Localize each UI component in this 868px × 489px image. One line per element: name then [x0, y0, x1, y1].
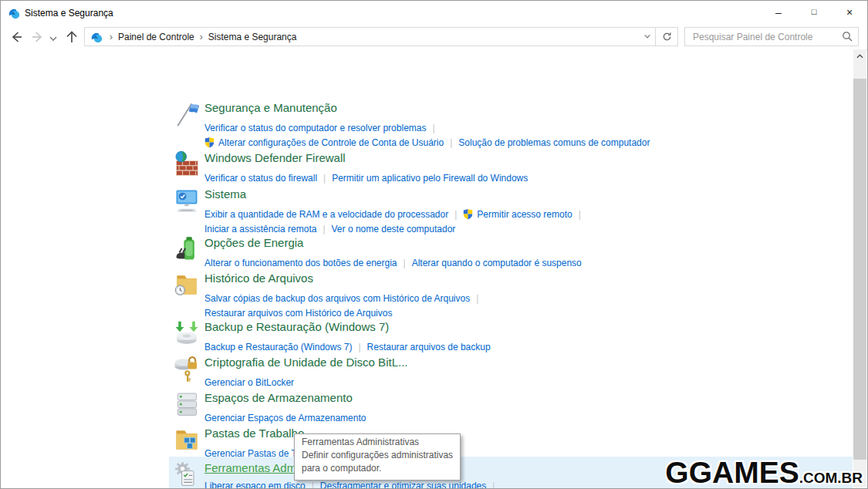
link-separator: |	[404, 258, 406, 268]
task-link[interactable]: Backup e Restauração (Windows 7)	[204, 342, 352, 352]
task-link[interactable]: Restaurar arquivos de backup	[367, 342, 491, 352]
control-panel-icon	[90, 31, 103, 43]
section: Criptografia de Unidade de Disco BitL...…	[169, 355, 853, 390]
task-link-row: Exibir a quantidade de RAM e a velocidad…	[204, 207, 853, 222]
address-bar[interactable]: ›Painel de Controle›Sistema e Segurança	[84, 27, 678, 46]
content-area: Segurança e ManutençãoVerificar o status…	[1, 49, 854, 488]
link-separator: |	[579, 209, 581, 220]
watermark: GGAMES.COM.BR	[665, 456, 863, 489]
section: Windows Defender FirewallVerificar o sta…	[169, 150, 853, 186]
search-input[interactable]	[685, 28, 858, 46]
tooltip: Ferramentas AdministrativasDefinir confi…	[294, 433, 461, 481]
link-separator: |	[454, 209, 457, 220]
task-link-row: Verificar o status do firewall|Permitir …	[204, 171, 853, 186]
link-separator: |	[450, 137, 452, 148]
close-button[interactable]: ×	[832, 1, 867, 24]
tooltip-line: Definir configurações administrativas	[302, 449, 453, 462]
forward-button[interactable]	[30, 29, 46, 45]
file-history-icon	[169, 271, 204, 321]
task-link[interactable]: Solução de problemas comuns de computado…	[458, 137, 650, 148]
window-title: Sistema e Segurança	[25, 8, 113, 19]
task-link[interactable]: Gerenciar o BitLocker	[204, 377, 294, 388]
section-title[interactable]: Espaços de Armazenamento	[204, 390, 853, 406]
section-title[interactable]: Sistema	[204, 187, 853, 202]
task-link[interactable]: Gerenciar Espaços de Armazenamento	[204, 413, 366, 423]
task-link[interactable]: Salvar cópias de backup dos arquivos com…	[204, 293, 470, 304]
address-dropdown-chevron-icon[interactable]	[640, 32, 655, 42]
link-separator: |	[492, 481, 495, 489]
task-link[interactable]: Alterar quando o computador é suspenso	[412, 258, 582, 268]
link-separator: |	[476, 293, 478, 304]
task-link[interactable]: Exibir a quantidade de RAM e a velocidad…	[204, 209, 448, 220]
task-link-row: Salvar cópias de backup dos arquivos com…	[204, 292, 853, 306]
breadcrumb: ›Painel de Controle›Sistema e Segurança	[104, 32, 296, 42]
task-link[interactable]: Verificar o status do firewall	[204, 173, 317, 184]
uac-shield-icon	[204, 137, 214, 148]
admin-tools-icon	[169, 460, 204, 489]
section-title[interactable]: Windows Defender Firewall	[204, 150, 853, 166]
task-link[interactable]: Desfragmentar e otimizar suas unidades	[320, 481, 486, 489]
task-link[interactable]: Alterar configurações de Controle de Con…	[218, 137, 444, 148]
firewall-icon	[169, 150, 204, 186]
task-link[interactable]: Iniciar a assistência remota	[204, 224, 316, 234]
task-link[interactable]: Permitir um aplicativo pelo Firewall do …	[332, 173, 528, 184]
power-icon	[169, 235, 204, 271]
window-controls: – □ ×	[761, 1, 867, 24]
breadcrumb-item[interactable]: Painel de Controle	[118, 32, 194, 42]
section-title[interactable]: Criptografia de Unidade de Disco BitL...	[204, 355, 853, 370]
search-box	[684, 27, 859, 46]
task-link[interactable]: Verificar o status do computador e resol…	[204, 123, 426, 133]
task-link[interactable]: Liberar espaço em disco	[204, 481, 306, 489]
backup-restore-icon	[169, 319, 204, 355]
task-link[interactable]: Ver o nome deste computador	[332, 224, 456, 234]
task-link-row: Verificar o status do computador e resol…	[204, 121, 853, 136]
scroll-up-icon[interactable]	[853, 49, 866, 62]
breadcrumb-chevron-icon: ›	[200, 32, 203, 42]
link-separator: |	[358, 342, 360, 352]
link-separator: |	[323, 224, 325, 234]
section: Backup e Restauração (Windows 7)Backup e…	[169, 319, 853, 355]
uac-shield-icon	[463, 208, 473, 220]
vertical-scrollbar[interactable]	[853, 49, 866, 487]
maximize-button[interactable]: □	[796, 1, 832, 24]
watermark-suffix: .COM.BR	[799, 470, 863, 487]
tooltip-line: para o computador.	[302, 462, 453, 475]
task-link[interactable]: Restaurar arquivos com Histórico de Arqu…	[204, 308, 392, 319]
section-title[interactable]: Segurança e Manutenção	[204, 100, 853, 116]
flag-icon	[169, 100, 204, 150]
up-button[interactable]	[64, 29, 79, 45]
task-link-row: Gerenciar Espaços de Armazenamento	[204, 411, 853, 426]
back-button[interactable]	[8, 29, 24, 45]
control-panel-icon	[8, 7, 20, 19]
breadcrumb-item[interactable]: Sistema e Segurança	[208, 32, 297, 42]
section-title[interactable]: Backup e Restauração (Windows 7)	[204, 319, 853, 335]
breadcrumb-chevron-icon: ›	[110, 32, 113, 42]
link-separator: |	[432, 123, 434, 133]
bitlocker-icon	[169, 355, 204, 390]
section: Segurança e ManutençãoVerificar o status…	[169, 100, 853, 150]
section: Opções de EnergiaAlterar o funcionamento…	[169, 235, 853, 271]
section: Espaços de ArmazenamentoGerenciar Espaço…	[169, 390, 853, 426]
task-link-row: Backup e Restauração (Windows 7)|Restaur…	[204, 340, 853, 355]
system-icon	[169, 187, 204, 237]
task-link-row: Alterar o funcionamento dos botões de en…	[204, 256, 853, 271]
title-bar: Sistema e Segurança – □ ×	[1, 1, 867, 25]
section-title[interactable]: Opções de Energia	[204, 235, 853, 251]
search-icon	[842, 31, 853, 42]
scrollbar-thumb[interactable]	[853, 79, 866, 460]
task-link[interactable]: Permitir acesso remoto	[477, 209, 572, 220]
minimize-button[interactable]: –	[761, 1, 796, 24]
recent-pages-chevron-icon[interactable]	[49, 32, 58, 42]
navigation-toolbar: ›Painel de Controle›Sistema e Segurança	[1, 25, 867, 50]
tooltip-line: Ferramentas Administrativas	[302, 436, 453, 449]
section-title[interactable]: Histórico de Arquivos	[204, 271, 853, 286]
control-panel-window: Sistema e Segurança – □ × ›Painel de Con…	[0, 0, 868, 489]
watermark-text: GGAMES	[665, 456, 799, 489]
link-separator: |	[323, 173, 326, 184]
task-link-row: Gerenciar o BitLocker	[204, 376, 853, 390]
link-separator: |	[312, 481, 314, 489]
task-link-row: Alterar configurações de Controle de Con…	[204, 136, 853, 150]
refresh-icon[interactable]	[655, 28, 677, 46]
section: SistemaExibir a quantidade de RAM e a ve…	[169, 187, 853, 237]
task-link[interactable]: Alterar o funcionamento dos botões de en…	[204, 258, 397, 268]
